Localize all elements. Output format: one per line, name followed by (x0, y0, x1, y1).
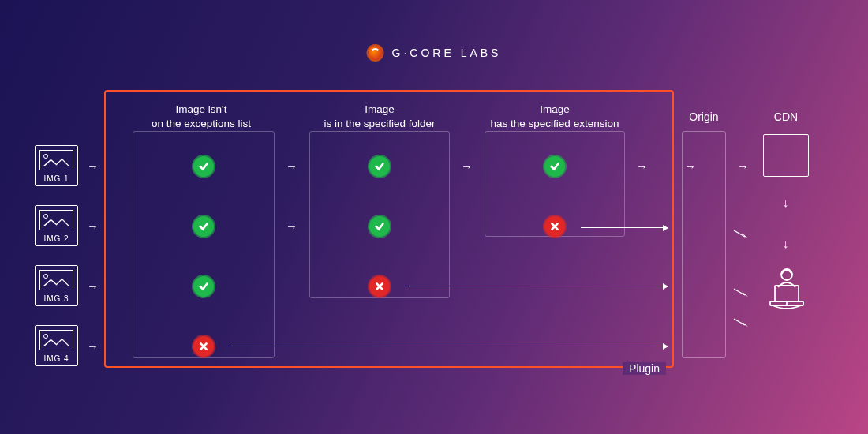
svg-point-14 (781, 269, 792, 280)
logo-icon (367, 44, 384, 62)
check-icon (193, 276, 214, 297)
image-tile-caption: IMG 2 (36, 234, 77, 243)
arrow-origin-to-user-3 (732, 316, 750, 328)
arrow-cdn-down-1: ↓ (783, 196, 789, 209)
plugin-label: Plugin (623, 362, 666, 375)
arrow-right-icon: → (461, 159, 473, 173)
column-extension-label: Image has the specified extension (472, 103, 638, 131)
image-tile-2: IMG 2 (35, 205, 78, 246)
arrow-long-right (406, 286, 668, 286)
logo-text: G·CORE LABS (392, 47, 502, 59)
arrow-right-icon: → (286, 159, 297, 173)
arrow-right-icon: → (87, 279, 99, 293)
check-icon (193, 156, 214, 177)
check-icon (369, 156, 390, 177)
image-tile-3: IMG 3 (35, 265, 78, 306)
origin-label: Origin (682, 110, 726, 123)
arrow-long-right (230, 346, 668, 346)
arrow-origin-to-user-2 (732, 286, 750, 298)
image-tile-caption: IMG 1 (36, 174, 77, 183)
arrow-right-icon: → (636, 159, 648, 173)
check-icon (544, 156, 565, 177)
cdn-label: CDN (763, 110, 809, 123)
svg-line-8 (734, 289, 745, 295)
arrow-right-icon: → (87, 339, 99, 353)
arrow-right-icon: → (87, 159, 99, 173)
column-exceptions-label: Image isn't on the exceptions list (134, 103, 268, 131)
arrow-long-right (581, 227, 668, 228)
arrow-right-icon: → (87, 219, 99, 233)
svg-rect-12 (775, 286, 799, 301)
check-icon (369, 216, 390, 237)
cdn-box (763, 134, 809, 177)
arrow-cdn-down-2: ↓ (783, 237, 789, 250)
arrow-origin-to-user-1 (732, 227, 750, 240)
check-icon (193, 216, 214, 237)
svg-line-6 (734, 230, 745, 237)
cross-icon (369, 276, 390, 297)
column-folder-label: Image is in the specified folder (305, 103, 455, 131)
svg-line-10 (734, 319, 745, 325)
arrow-right-icon: → (286, 219, 297, 233)
image-tile-4: IMG 4 (35, 325, 78, 366)
image-tile-caption: IMG 4 (36, 354, 77, 363)
arrow-right-icon: → (737, 159, 749, 173)
user-at-computer-icon (759, 264, 814, 314)
cross-icon (544, 216, 565, 237)
origin-box (682, 131, 726, 358)
cross-icon (193, 336, 214, 357)
brand-logo: G·CORE LABS (367, 44, 502, 62)
image-tile-1: IMG 1 (35, 145, 78, 186)
image-tile-caption: IMG 3 (36, 294, 77, 303)
